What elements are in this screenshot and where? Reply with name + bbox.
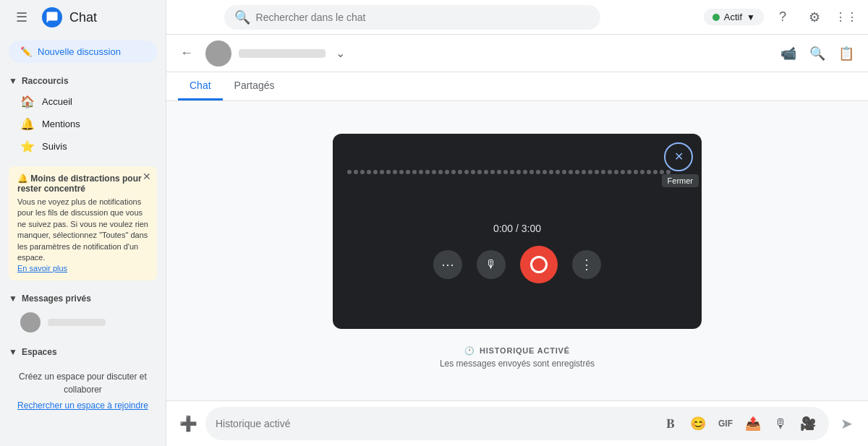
notification-close-button[interactable]: ✕ — [142, 171, 151, 182]
progress-dot — [503, 170, 508, 174]
sidebar: ☰ Chat ✏️ Nouvelle discussion ▼ Raccourc… — [0, 0, 166, 446]
sidebar-toggle-button[interactable]: 📋 — [833, 40, 859, 67]
record-button[interactable] — [520, 246, 558, 283]
progress-dot — [419, 170, 423, 174]
contact-name — [239, 49, 326, 58]
search-input[interactable] — [256, 12, 590, 23]
progress-dot — [523, 170, 527, 174]
time-display: 0:00 / 3:00 — [493, 223, 541, 234]
progress-dot — [653, 170, 658, 174]
chevron-down-icon-pm: ▼ — [9, 293, 17, 304]
progress-dot — [542, 170, 547, 174]
header-actions: 📹 🔍 📋 — [775, 40, 859, 67]
apps-button[interactable]: ⋮⋮ — [833, 4, 859, 30]
video-player: ✕ Fermer 0:00 / 3:00 ⋯ 🎙 ⋮ — [333, 134, 702, 329]
progress-bar — [347, 170, 687, 174]
topbar: 🔍 Actif ▼ ? ⚙ ⋮⋮ — [166, 0, 868, 35]
voice-message-button[interactable]: 🎙 — [770, 413, 791, 434]
search-in-chat-button[interactable]: 🔍 — [804, 40, 830, 67]
contact-name-placeholder — [48, 319, 106, 326]
progress-dot — [640, 170, 644, 174]
progress-dot — [614, 170, 618, 174]
progress-dot — [412, 170, 417, 174]
player-controls: ⋯ 🎙 ⋮ — [433, 246, 601, 283]
emoji-button[interactable]: 😊 — [687, 413, 709, 434]
progress-dot — [432, 170, 436, 174]
video-message-button[interactable]: 🎥 — [797, 413, 819, 434]
progress-dot — [601, 170, 605, 174]
input-field-wrap[interactable]: 𝐁 😊 GIF 📤 🎙 🎥 — [205, 407, 829, 440]
expand-icon[interactable]: ⌄ — [336, 46, 345, 60]
progress-dot — [549, 170, 553, 174]
chat-panel: ← ⌄ 📹 🔍 📋 Chat Partagés — [166, 35, 868, 446]
hamburger-menu-button[interactable]: ☰ — [9, 4, 35, 30]
format-text-button[interactable]: 𝐁 — [660, 413, 681, 434]
progress-dot — [608, 170, 612, 174]
progress-dot — [360, 170, 365, 174]
sidebar-item-suivis[interactable]: ⭐ Suivis — [0, 135, 166, 158]
sidebar-item-home[interactable]: 🏠 Accueil — [0, 90, 166, 113]
gif-button[interactable]: GIF — [715, 413, 736, 434]
close-tooltip: Fermer — [662, 174, 699, 187]
tab-partages[interactable]: Partagés — [223, 72, 286, 100]
app-title: Chat — [69, 10, 97, 25]
progress-dot — [536, 170, 540, 174]
player-more-button[interactable]: ⋮ — [572, 250, 601, 279]
spaces-section: ▼ Espaces Créez un espace pour discuter … — [0, 340, 166, 424]
history-clock-icon: 🕐 — [464, 346, 475, 356]
progress-dot — [569, 170, 573, 174]
mention-icon: 🔔 — [20, 117, 35, 131]
progress-dot — [373, 170, 378, 174]
progress-dot — [386, 170, 391, 174]
settings-button[interactable]: ⚙ — [801, 4, 827, 30]
progress-dot — [347, 170, 352, 174]
chevron-down-icon-status: ▼ — [746, 12, 755, 22]
progress-dot — [425, 170, 430, 174]
more-options-button[interactable]: ⋯ — [433, 250, 462, 279]
notification-link[interactable]: En savoir plus — [17, 264, 67, 273]
send-button[interactable]: ➤ — [833, 411, 859, 437]
search-bar[interactable]: 🔍 — [224, 5, 600, 30]
help-button[interactable]: ? — [770, 4, 796, 30]
progress-dot — [399, 170, 404, 174]
progress-dot — [393, 170, 397, 174]
progress-dot — [595, 170, 599, 174]
new-discussion-button[interactable]: ✏️ Nouvelle discussion — [9, 40, 157, 63]
new-discussion-icon: ✏️ — [20, 46, 32, 57]
star-icon: ⭐ — [20, 140, 35, 153]
spaces-header[interactable]: ▼ Espaces — [0, 343, 166, 361]
microphone-button[interactable]: 🎙 — [477, 250, 506, 279]
spaces-find-link[interactable]: Rechercher un espace à rejoindre — [12, 399, 154, 412]
shortcuts-header[interactable]: ▼ Raccourcis — [0, 72, 166, 90]
app-logo — [42, 7, 62, 27]
microphone-icon: 🎙 — [485, 258, 497, 271]
progress-dot — [438, 170, 443, 174]
close-player-button[interactable]: ✕ — [664, 142, 693, 171]
sidebar-header: ☰ Chat — [0, 0, 166, 35]
video-call-button[interactable]: 📹 — [775, 40, 801, 67]
add-attachment-button[interactable]: ➕ — [175, 411, 201, 437]
progress-dot — [477, 170, 482, 174]
status-label: Actif — [724, 12, 742, 22]
history-info: 🕐 HISTORIQUE ACTIVÉ Les messages envoyés… — [440, 346, 595, 369]
back-button[interactable]: ← — [175, 42, 198, 65]
progress-dot — [666, 170, 671, 174]
new-discussion-label: Nouvelle discussion — [38, 46, 121, 57]
progress-dot — [380, 170, 384, 174]
record-inner — [530, 256, 548, 273]
upload-button[interactable]: 📤 — [742, 413, 764, 434]
chat-tabs: Chat Partagés — [166, 72, 868, 101]
private-messages-header[interactable]: ▼ Messages privés — [0, 289, 166, 308]
progress-dot — [464, 170, 469, 174]
private-message-item[interactable] — [0, 308, 166, 337]
status-indicator[interactable]: Actif ▼ — [704, 9, 764, 25]
chat-content: ✕ Fermer 0:00 / 3:00 ⋯ 🎙 ⋮ — [166, 101, 868, 400]
shortcuts-label: Raccourcis — [22, 76, 69, 86]
message-input[interactable] — [216, 418, 654, 429]
tab-chat[interactable]: Chat — [178, 72, 223, 100]
home-icon: 🏠 — [20, 95, 35, 108]
progress-dot — [484, 170, 488, 174]
progress-dot — [621, 170, 625, 174]
sidebar-item-mentions[interactable]: 🔔 Mentions — [0, 113, 166, 135]
progress-dot — [497, 170, 501, 174]
